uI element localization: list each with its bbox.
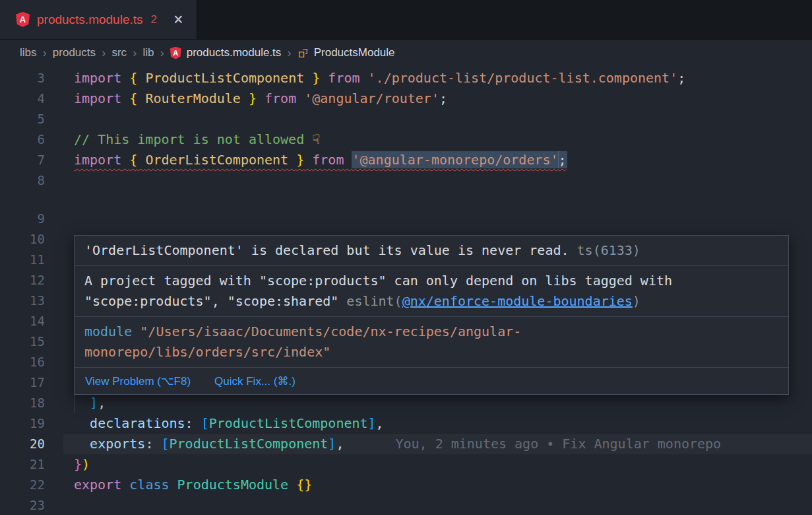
code-line-23: 23	[0, 495, 812, 515]
token: RouterModule	[145, 90, 241, 106]
hover-diagnostic-section: A project tagged with "scope:products" c…	[75, 266, 788, 317]
code-text[interactable]: import { RouterModule } from '@angular/r…	[74, 88, 447, 109]
token	[137, 70, 145, 86]
breadcrumb-label: src	[111, 46, 127, 59]
token: [	[161, 436, 169, 452]
hover-text: module	[84, 324, 140, 339]
git-blame-annotation: You, 2 minutes ago • Fix Angular monorep…	[395, 436, 721, 452]
code-text[interactable]: import { OrderListComponent } from '@ang…	[74, 150, 567, 170]
code-text[interactable]: exports: [ProductListComponent],You, 2 m…	[74, 434, 721, 454]
line-number[interactable]: 16	[0, 352, 45, 372]
hover-text-line: monorepo/libs/orders/src/index"	[84, 342, 778, 362]
token	[288, 152, 296, 168]
breadcrumb-label: libs	[20, 46, 37, 59]
token: ,	[336, 436, 344, 452]
token: ,	[98, 395, 106, 411]
code-text[interactable]: import { ProductListComponent } from './…	[74, 68, 685, 88]
line-number[interactable]: 6	[0, 129, 45, 150]
hover-text-line: "scope:products", "scope:shared" eslint(…	[84, 291, 778, 312]
breadcrumb-label: products	[53, 46, 96, 59]
token	[241, 90, 249, 106]
token: }	[74, 456, 82, 472]
class-symbol-icon	[297, 48, 309, 59]
hover-text: A project tagged with "scope:products" c…	[84, 273, 672, 289]
breadcrumb-item-productsmodule[interactable]: ProductsModule	[297, 46, 395, 59]
chevron-right-icon: ›	[133, 46, 137, 60]
line-number[interactable]: 8	[0, 170, 45, 191]
token: {	[129, 90, 137, 106]
code-text[interactable]: })	[74, 454, 90, 475]
line-number[interactable]: 3	[0, 68, 45, 88]
token: }	[312, 70, 320, 86]
breadcrumb-label: products.module.ts	[187, 46, 282, 59]
breadcrumb-item-libs[interactable]: libs	[20, 46, 37, 59]
code-line-22: 22export class ProductsModule {}	[0, 475, 812, 495]
breadcrumb: libs›products›src›lib›Aproducts.module.t…	[0, 40, 812, 66]
token	[74, 395, 90, 411]
code-text[interactable]: export class ProductsModule {}	[74, 475, 312, 495]
token: ;	[677, 70, 685, 86]
code-line-20: 20 exports: [ProductListComponent],You, …	[0, 434, 812, 454]
line-number[interactable]: 23	[0, 495, 45, 515]
token: ]	[368, 415, 376, 431]
line-number[interactable]: 10	[0, 229, 45, 250]
token: {	[129, 70, 137, 86]
token: export	[74, 477, 121, 493]
view-problem-action[interactable]: View Problem (⌥F8)	[85, 374, 191, 388]
code-text[interactable]: declarations: [ProductListComponent],	[74, 413, 384, 434]
token: './product-list/product-list.component'	[368, 70, 678, 86]
eslint-rule-link[interactable]: @nx/enforce-module-boundaries	[402, 293, 633, 309]
breadcrumb-item-products[interactable]: products	[53, 46, 96, 59]
breadcrumb-item-products.module.ts[interactable]: Aproducts.module.ts	[170, 46, 282, 59]
hover-text-line: A project tagged with "scope:products" c…	[84, 271, 778, 291]
line-number[interactable]: 22	[0, 475, 45, 495]
token	[121, 152, 129, 168]
line-number[interactable]: 13	[0, 291, 45, 311]
line-number[interactable]: 15	[0, 331, 45, 352]
breadcrumb-item-src[interactable]: src	[111, 46, 127, 59]
token: import	[74, 70, 121, 86]
token: )	[82, 456, 90, 472]
token: // This import is not allowed	[74, 131, 312, 147]
code-line-4: 4import { RouterModule } from '@angular/…	[0, 88, 812, 109]
token	[74, 415, 90, 431]
line-number[interactable]: 9	[0, 209, 45, 229]
quick-fix-action[interactable]: Quick Fix... (⌘.)	[214, 374, 296, 388]
code-text[interactable]: ],	[74, 393, 106, 413]
token	[121, 90, 129, 106]
token: :	[145, 436, 161, 452]
hover-text-line: 'OrderListComponent' is declared but its…	[84, 240, 778, 261]
line-number[interactable]: 14	[0, 311, 45, 331]
line-number[interactable]: 21	[0, 454, 45, 475]
line-number[interactable]: 20	[0, 434, 45, 454]
code-text[interactable]: // This import is not allowed ☟	[74, 129, 320, 150]
line-number[interactable]: 19	[0, 413, 45, 434]
line-number[interactable]: 18	[0, 393, 45, 413]
token: ,	[376, 415, 384, 431]
token: ProductListComponent	[209, 415, 368, 431]
line-number[interactable]: 7	[0, 150, 45, 170]
code-editor[interactable]: 'OrderListComponent' is declared but its…	[0, 66, 812, 515]
line-number[interactable]: 12	[0, 270, 45, 291]
code-line-19: 19 declarations: [ProductListComponent],	[0, 413, 812, 434]
tab-products-module[interactable]: A products.module.ts 2 ×	[0, 0, 197, 39]
token: }	[296, 152, 304, 168]
token: declarations	[90, 415, 185, 431]
hover-text: monorepo/libs/orders/src/index"	[84, 344, 330, 360]
token	[121, 70, 129, 86]
line-number[interactable]: 11	[0, 250, 45, 270]
line-number[interactable]: 5	[0, 109, 45, 129]
token	[257, 90, 265, 106]
code-line-7: 7import { OrderListComponent } from '@an…	[0, 150, 812, 170]
line-number[interactable]: 4	[0, 88, 45, 109]
breadcrumb-item-lib[interactable]: lib	[142, 46, 154, 59]
breadcrumb-label: lib	[142, 46, 154, 59]
code-line-3: 3import { ProductListComponent } from '.…	[0, 68, 812, 88]
hover-action-bar: View Problem (⌥F8)Quick Fix... (⌘.)	[75, 368, 788, 394]
chevron-right-icon: ›	[43, 46, 47, 60]
token: [	[201, 415, 209, 431]
line-number[interactable]: 17	[0, 372, 45, 393]
vscode-window: A products.module.ts 2 × libs›products›s…	[0, 0, 812, 515]
close-icon[interactable]: ×	[173, 11, 183, 28]
token	[137, 90, 145, 106]
